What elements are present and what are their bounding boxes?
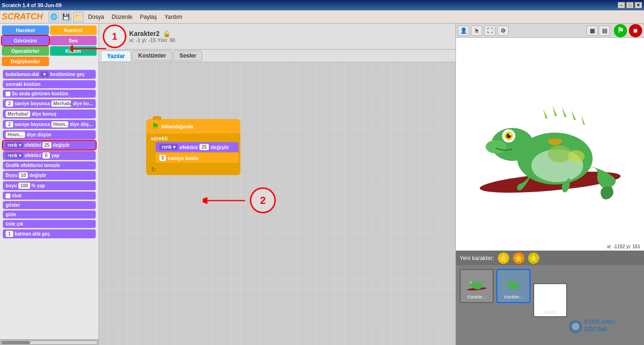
block-renk-efekti-yap[interactable]: renk ▾ efektini 0 yap (3, 151, 96, 160)
svg-point-28 (507, 282, 508, 283)
svg-marker-11 (553, 106, 557, 116)
forever-block[interactable]: sürekli (146, 134, 240, 141)
svg-point-16 (548, 145, 571, 162)
cat-degiskenler[interactable]: Değişkenler (2, 57, 49, 66)
inner-wait[interactable]: 3 saniye bekle (156, 153, 239, 163)
script-area[interactable]: ⚑ tıklandığında sürekli renk ▾ (99, 62, 455, 345)
annotation-circle-2: 2 (250, 187, 276, 213)
block-goster[interactable]: göster (3, 201, 96, 209)
minimize-button[interactable]: − (618, 2, 625, 8)
maximize-button[interactable]: □ (626, 2, 634, 8)
main-layout: Hareket Kontrol Görünüm Ses Operatörler … (0, 24, 644, 345)
stage-toolbar: 👤 🖱 ⛶ ⚙ ▦ ▤ ⚑ ⏹ (456, 24, 644, 38)
hat-block[interactable]: ⚑ tıklandığında (146, 119, 240, 134)
cat-gorunum[interactable]: Görünüm (2, 36, 49, 45)
new-char-paint-btn[interactable]: ⭐ (498, 252, 509, 264)
notch-top (153, 116, 161, 120)
block-boyu-yap[interactable]: boyu 100 % yap (3, 181, 96, 190)
menubar: SCRATCH 🌐 💾 📁 Dosya Düzenle Paylaş Yardı… (0, 10, 644, 24)
sprite-item-2[interactable]: Karakte... (496, 269, 530, 303)
fullscreen-icon[interactable]: ⛶ (484, 25, 495, 36)
svg-point-9 (509, 134, 511, 135)
cat-kalem[interactable]: Kalem (50, 46, 97, 56)
left-scrollbar[interactable] (0, 339, 99, 345)
block-merhaba-konus[interactable]: Merhaba! diye konuş (3, 109, 96, 118)
block-sonraki-kostum[interactable]: sonraki kostüm (3, 80, 96, 88)
stage-preview (537, 286, 563, 310)
cursor-icon[interactable]: 🖱 (471, 25, 482, 36)
blocks-list: bukelamun-dal ▼ kostümüne geç sonraki ko… (0, 68, 99, 339)
sprite-item-1[interactable]: Karakte... (460, 269, 494, 303)
block-renk-efekti-degistir[interactable]: renk ▾ efektini 25 değiştir (3, 141, 96, 150)
svg-point-17 (568, 150, 585, 162)
user-icon[interactable]: 👤 (458, 25, 469, 36)
green-flag-button[interactable]: ⚑ (614, 24, 627, 37)
green-flag-icon: ⚑ (152, 122, 158, 131)
settings-icon[interactable]: ⚙ (497, 25, 509, 36)
script-group: ⚑ tıklandığında sürekli renk ▾ (146, 119, 240, 175)
annotation-circle-1: 1 (103, 25, 126, 48)
scroll-track[interactable] (1, 341, 98, 345)
inner-color-effect[interactable]: renk ▾ efektini 25 değiştir (156, 142, 239, 152)
script-tabs: Yazılar Kostümler Sesler (99, 50, 455, 62)
scratch-logo: SCRATCH (2, 12, 43, 22)
block-kostume-gec[interactable]: bukelamun-dal ▼ kostümüne geç (3, 70, 96, 79)
menu-paylas[interactable]: Paylaş (137, 13, 160, 21)
view-controls: ▦ ▤ (586, 25, 610, 36)
sprite-name: Karakter2 (129, 30, 160, 37)
block-ebat[interactable]: ebat (3, 192, 96, 200)
sprite-coords: xi: -1 yi: -15 Yön: 90 (129, 37, 175, 43)
svg-marker-10 (543, 109, 548, 118)
annotation-2-container: 2 (203, 187, 276, 213)
svg-point-21 (468, 283, 471, 285)
new-char-random-btn[interactable]: ⭐ (528, 252, 539, 264)
stop-button[interactable]: ⏹ (629, 24, 642, 37)
center-panel: 1 Karakter2 🔒 xi: -1 yi: -15 Yön: 90 Yaz… (99, 24, 455, 345)
menu-yardim[interactable]: Yardım (162, 13, 185, 21)
svg-point-5 (486, 140, 506, 153)
sprite-label-1: Karakte... (461, 295, 493, 299)
block-gizle[interactable]: gizle (3, 210, 96, 219)
tab-yazılar[interactable]: Yazılar (101, 50, 131, 61)
forever-inner: renk ▾ efektini 25 değiştir 3 saniye bek… (146, 141, 240, 164)
chameleon-image (475, 83, 626, 206)
svg-marker-12 (562, 107, 567, 117)
scroll-thumb[interactable] (1, 341, 30, 344)
stage-label: Sahne (544, 310, 557, 315)
globe-icon[interactable]: 🌐 (49, 12, 59, 22)
new-char-file-btn[interactable]: ⭐ (513, 252, 524, 264)
list-view-btn[interactable]: ▤ (599, 25, 610, 36)
grid-view-btn[interactable]: ▦ (586, 25, 598, 36)
block-su-anda[interactable]: Şu anda görünen kostüm (3, 90, 96, 98)
titlebar: Scratch 1.4 of 30-Jun-09 − □ ✕ (0, 0, 644, 10)
block-boyu-degistir[interactable]: Boyu 10 değiştir (3, 171, 96, 180)
cat-hareket[interactable]: Hareket (2, 25, 49, 35)
sprite-panel-header: Yeni karakter; ⭐ ⭐ ⭐ (456, 251, 644, 265)
cat-ses[interactable]: Ses (50, 36, 97, 45)
block-uste-cik[interactable]: üste çık (3, 220, 96, 228)
tab-sesler[interactable]: Sesler (173, 50, 202, 61)
close-button[interactable]: ✕ (635, 2, 642, 8)
category-buttons: Hareket Kontrol Görünüm Ses Operatörler … (0, 24, 99, 68)
block-saniye-merh[interactable]: 2 saniye boyunca Merhaba! diye ko... (3, 99, 96, 108)
cat-operatorler[interactable]: Operatörler (2, 46, 49, 56)
svg-point-26 (505, 281, 511, 286)
block-grafik-temizle[interactable]: Grafik efektlerini temizle (3, 161, 96, 169)
forever-bottom: ↻ (146, 164, 240, 175)
save-icon[interactable]: 💾 (61, 12, 71, 22)
folder-icon[interactable]: 📁 (73, 12, 83, 22)
block-saniye-hmm[interactable]: 2 saniye boyunca Hmm... diye düş... (3, 120, 96, 129)
stage-item[interactable]: Sahne (533, 283, 567, 317)
block-katman-alta[interactable]: 1 katman alta geç (3, 229, 96, 238)
menu-duzenle[interactable]: Düzenle (109, 13, 135, 21)
sprite-info-bar: 1 Karakter2 🔒 xi: -1 yi: -15 Yön: 90 (99, 24, 455, 50)
titlebar-controls: − □ ✕ (618, 2, 642, 8)
tab-kostumler[interactable]: Kostümler (132, 50, 172, 61)
menu-dosya[interactable]: Dosya (85, 13, 107, 21)
right-panel: 👤 🖱 ⛶ ⚙ ▦ ▤ ⚑ ⏹ (455, 24, 644, 345)
cat-kontrol[interactable]: Kontrol (50, 25, 97, 35)
script-stack: ⚑ tıklandığında sürekli renk ▾ (146, 119, 240, 175)
stage-coordinates: xi: -1192 yi: 161 (605, 244, 642, 250)
block-hmm-dusun[interactable]: Hmm... diye düşün (3, 130, 96, 139)
lock-icon[interactable]: 🔒 (163, 30, 171, 37)
